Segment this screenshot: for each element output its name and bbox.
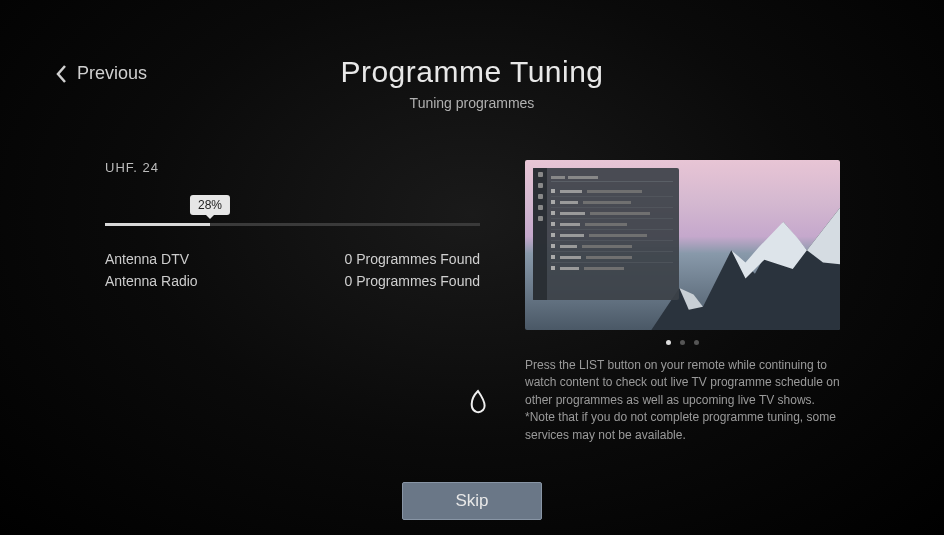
page-subtitle: Tuning programmes (0, 95, 944, 111)
progress-tooltip: 28% (190, 195, 230, 215)
carousel-dot[interactable] (694, 340, 699, 345)
tuning-panel: UHF. 24 28% Antenna DTV 0 Programmes Fou… (105, 160, 480, 292)
preview-image (525, 160, 840, 330)
mountain-illustration (651, 203, 840, 331)
programme-list-overlay (533, 168, 679, 300)
chevron-left-icon (55, 64, 67, 84)
progress-fill (105, 223, 210, 226)
result-value: 0 Programmes Found (345, 273, 480, 289)
previous-label: Previous (77, 63, 147, 84)
progress-track (105, 223, 480, 226)
skip-button[interactable]: Skip (402, 482, 542, 520)
result-row: Antenna DTV 0 Programmes Found (105, 248, 480, 270)
header: Previous Programme Tuning Tuning program… (0, 55, 944, 111)
result-label: Antenna Radio (105, 273, 198, 289)
carousel-dot[interactable] (680, 340, 685, 345)
results-list: Antenna DTV 0 Programmes Found Antenna R… (105, 248, 480, 292)
carousel-dot[interactable] (666, 340, 671, 345)
channel-label: UHF. 24 (105, 160, 480, 175)
info-panel: Press the LIST button on your remote whi… (525, 160, 840, 444)
help-text: Press the LIST button on your remote whi… (525, 357, 840, 444)
carousel-indicator[interactable] (525, 340, 840, 345)
previous-button[interactable]: Previous (55, 63, 147, 84)
result-row: Antenna Radio 0 Programmes Found (105, 270, 480, 292)
result-value: 0 Programmes Found (345, 251, 480, 267)
skip-label: Skip (455, 491, 488, 511)
progress-bar: 28% (105, 223, 480, 226)
result-label: Antenna DTV (105, 251, 189, 267)
pointer-cursor-icon (467, 388, 489, 416)
